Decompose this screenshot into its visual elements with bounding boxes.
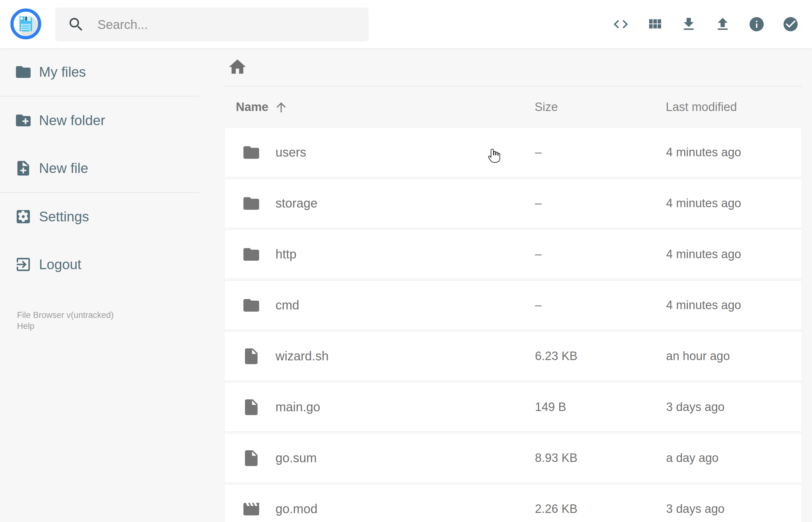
file-row-wizard.sh[interactable]: wizard.sh 6.23 KB an hour ago: [224, 332, 802, 381]
file-icon: [242, 347, 261, 366]
folder-icon: [242, 245, 261, 264]
upload-button[interactable]: [714, 16, 731, 33]
listing-header: Name Size Last modified: [224, 86, 802, 128]
row-name-cell: storage: [225, 194, 535, 213]
settings-icon: [15, 208, 32, 225]
file-size: –: [535, 247, 666, 261]
file-size: 149 B: [535, 400, 666, 414]
file-size: –: [535, 146, 666, 159]
sort-ascending-arrow-icon: [274, 100, 288, 114]
breadcrumb: [224, 48, 802, 86]
listing-rows: users – 4 minutes ago storage – 4 minute…: [224, 128, 802, 522]
file-name: go.mod: [276, 502, 317, 516]
file-size: –: [535, 298, 666, 312]
row-name-cell: cmd: [225, 296, 535, 315]
logout-icon: [15, 256, 32, 273]
row-name-cell: users: [225, 143, 535, 162]
folder-icon: [15, 63, 32, 81]
home-icon: [227, 57, 247, 77]
code-view-button[interactable]: [612, 16, 629, 33]
file-name: storage: [276, 196, 317, 210]
topbar: [0, 0, 812, 48]
file-modified: a day ago: [666, 451, 801, 465]
check-circle-icon: [782, 16, 799, 33]
file-name: go.sum: [276, 451, 317, 465]
file-size: 2.26 KB: [535, 502, 666, 516]
download-icon: [680, 16, 697, 33]
file-row-http[interactable]: http – 4 minutes ago: [224, 229, 802, 279]
grid-view-icon: [646, 16, 663, 33]
row-name-cell: go.sum: [225, 449, 535, 468]
movie-icon: [242, 500, 261, 519]
file-modified: 3 days ago: [666, 400, 801, 414]
version-link[interactable]: File Browser v(untracked): [17, 310, 114, 321]
file-icon: [242, 449, 261, 468]
file-modified: 4 minutes ago: [666, 146, 801, 159]
sort-by-size-header[interactable]: Size: [535, 100, 666, 114]
file-name: http: [276, 247, 297, 261]
new-file-icon: [15, 159, 32, 177]
home-breadcrumb-button[interactable]: [227, 57, 247, 77]
create-new-folder-icon: [15, 112, 32, 129]
info-button[interactable]: [748, 16, 765, 33]
file-size: 8.93 KB: [535, 451, 666, 465]
folder-icon: [242, 296, 261, 315]
row-name-cell: wizard.sh: [225, 347, 535, 366]
file-modified: 4 minutes ago: [666, 247, 801, 261]
file-name: wizard.sh: [276, 349, 329, 363]
file-size: –: [535, 197, 666, 210]
floppy-disk-logo-icon: [10, 8, 41, 40]
file-row-main.go[interactable]: main.go 149 B 3 days ago: [224, 382, 802, 432]
file-modified: 4 minutes ago: [666, 197, 801, 210]
sidebar-item-my-files[interactable]: My files: [0, 48, 199, 96]
switch-view-button[interactable]: [646, 16, 663, 33]
row-name-cell: http: [225, 245, 535, 264]
help-link[interactable]: Help: [17, 321, 114, 332]
file-modified: an hour ago: [666, 349, 801, 363]
file-row-storage[interactable]: storage – 4 minutes ago: [224, 179, 802, 228]
file-icon: [242, 398, 261, 417]
sidebar-item-label: Settings: [39, 209, 89, 224]
select-multiple-button[interactable]: [782, 16, 799, 33]
sidebar-item-new-file[interactable]: New file: [0, 144, 199, 192]
file-row-go.mod[interactable]: go.mod 2.26 KB 3 days ago: [224, 484, 802, 522]
folder-icon: [242, 143, 261, 162]
file-row-users[interactable]: users – 4 minutes ago: [224, 128, 802, 177]
row-name-cell: go.mod: [225, 500, 535, 519]
sidebar-item-label: New file: [39, 160, 88, 176]
info-icon: [748, 16, 765, 33]
sidebar-item-new-folder[interactable]: New folder: [0, 97, 199, 144]
sidebar: My files New folder New file Settings Lo…: [0, 48, 199, 522]
sidebar-item-label: Logout: [39, 257, 81, 272]
folder-icon: [242, 194, 261, 213]
search-box[interactable]: [55, 7, 369, 41]
file-size: 6.23 KB: [535, 349, 666, 363]
file-name: cmd: [276, 298, 299, 312]
file-browser-logo: [10, 8, 41, 40]
row-name-cell: main.go: [225, 398, 535, 417]
sidebar-item-label: My files: [39, 64, 86, 80]
file-name: main.go: [276, 400, 320, 414]
file-listing: Name Size Last modified users – 4 minute…: [199, 48, 812, 522]
file-row-go.sum[interactable]: go.sum 8.93 KB a day ago: [224, 433, 802, 483]
download-button[interactable]: [680, 16, 697, 33]
file-modified: 3 days ago: [666, 502, 801, 516]
sidebar-item-settings[interactable]: Settings: [0, 193, 199, 241]
sort-by-modified-header[interactable]: Last modified: [666, 100, 802, 114]
code-icon: [612, 16, 629, 33]
search-input[interactable]: [98, 18, 356, 32]
sidebar-item-label: New folder: [39, 113, 105, 128]
topbar-actions: [612, 0, 799, 48]
search-icon: [67, 16, 85, 33]
file-row-cmd[interactable]: cmd – 4 minutes ago: [224, 281, 802, 330]
name-header-label: Name: [236, 100, 268, 114]
upload-icon: [714, 16, 731, 33]
file-name: users: [276, 145, 306, 159]
sidebar-footer: File Browser v(untracked) Help: [17, 310, 114, 332]
file-modified: 4 minutes ago: [666, 298, 801, 312]
sidebar-item-logout[interactable]: Logout: [0, 241, 199, 288]
sort-by-name-header[interactable]: Name: [224, 100, 535, 114]
